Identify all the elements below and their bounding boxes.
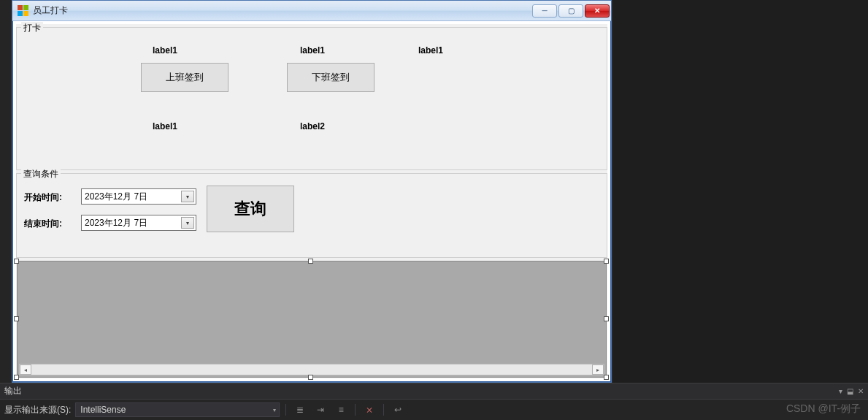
groupbox-punch-title: 打卡 (21, 22, 43, 34)
output-source-value: IntelliSense (80, 405, 126, 415)
separator (355, 404, 356, 416)
scrollbar-horizontal[interactable]: ◂ ▸ (19, 364, 604, 375)
pin-icon[interactable]: ⬓ (847, 387, 853, 395)
output-header: 输出 ▾ ⬓ ✕ (0, 383, 868, 400)
end-time-value: 2023年12月 7日 (85, 217, 147, 229)
winform-window: 员工打卡 ─ ▢ ✕ 打卡 label1 label1 label1 上班签到 … (12, 0, 612, 383)
tool-icon[interactable]: ⇥ (312, 402, 329, 417)
selection-handle[interactable] (604, 259, 609, 264)
groupbox-query: 查询条件 开始时间: 结束时间: 2023年12月 7日 ▾ 2023年12月 … (16, 173, 607, 258)
selection-handle[interactable] (14, 259, 19, 264)
selection-handle[interactable] (604, 375, 609, 380)
output-source-combo[interactable]: IntelliSense ▾ (75, 402, 280, 417)
close-button[interactable]: ✕ (585, 4, 610, 18)
datagrid[interactable]: ◂ ▸ (17, 261, 607, 378)
chevron-down-icon: ▾ (273, 407, 276, 413)
client-area: 打卡 label1 label1 label1 上班签到 下班签到 label1… (16, 24, 607, 378)
separator (383, 404, 384, 416)
wrap-icon[interactable]: ↩ (390, 402, 406, 417)
end-time-picker[interactable]: 2023年12月 7日 ▾ (81, 215, 196, 231)
output-toolbar: 显示输出来源(S): IntelliSense ▾ ≣ ⇥ ≡ ⨯ ↩ (0, 400, 868, 420)
selection-handle[interactable] (14, 375, 19, 380)
scroll-right-icon[interactable]: ▸ (592, 364, 604, 375)
btn-search[interactable]: 查询 (207, 186, 294, 232)
btn-checkin[interactable]: 上班签到 (141, 63, 228, 92)
label-bottom-1: label1 (153, 121, 177, 131)
clear-icon[interactable]: ⨯ (361, 402, 377, 417)
dropdown-icon[interactable]: ▾ (181, 217, 194, 229)
app-icon (17, 5, 28, 17)
start-time-picker[interactable]: 2023年12月 7日 ▾ (81, 188, 196, 205)
start-time-label: 开始时间: (24, 191, 62, 204)
tool-icon[interactable]: ≣ (292, 402, 308, 417)
selection-handle[interactable] (604, 316, 609, 321)
output-panel: 输出 ▾ ⬓ ✕ 显示输出来源(S): IntelliSense ▾ ≣ ⇥ ≡… (0, 383, 868, 420)
start-time-value: 2023年12月 7日 (85, 191, 147, 203)
dropdown-icon[interactable]: ▾ (181, 191, 194, 202)
end-time-label: 结束时间: (24, 218, 62, 230)
scroll-left-icon[interactable]: ◂ (20, 364, 31, 375)
btn-checkout[interactable]: 下班签到 (287, 63, 375, 92)
dropdown-icon[interactable]: ▾ (839, 387, 842, 395)
selection-handle[interactable] (308, 375, 313, 380)
design-surface: 员工打卡 ─ ▢ ✕ 打卡 label1 label1 label1 上班签到 … (0, 0, 613, 383)
output-source-label: 显示输出来源(S): (4, 404, 71, 416)
titlebar: 员工打卡 ─ ▢ ✕ (12, 1, 611, 21)
close-icon[interactable]: ✕ (858, 387, 864, 395)
label-top-2: label1 (300, 45, 325, 56)
selection-handle[interactable] (14, 316, 19, 321)
window-title: 员工打卡 (33, 4, 68, 17)
maximize-button[interactable]: ▢ (558, 4, 583, 18)
output-title: 输出 (4, 385, 22, 397)
separator (285, 404, 286, 416)
groupbox-query-title: 查询条件 (21, 168, 61, 180)
label-bottom-2: label2 (300, 121, 325, 131)
groupbox-punch: 打卡 label1 label1 label1 上班签到 下班签到 label1… (16, 27, 607, 170)
selection-handle[interactable] (308, 259, 313, 264)
tool-icon[interactable]: ≡ (333, 402, 349, 417)
watermark: CSDN @IT-例子 (786, 402, 861, 416)
minimize-button[interactable]: ─ (532, 4, 557, 18)
label-top-1: label1 (153, 45, 177, 56)
label-top-3: label1 (418, 45, 443, 56)
